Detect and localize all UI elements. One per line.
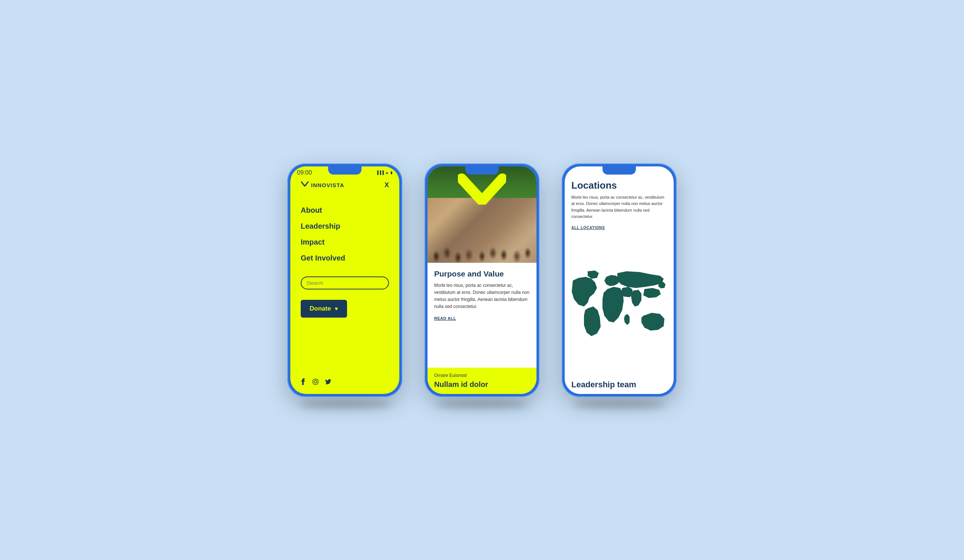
phone-2-notch	[465, 166, 499, 175]
nav-item-impact[interactable]: Impact	[301, 234, 389, 250]
read-all-link[interactable]: READ ALL	[434, 316, 456, 321]
purpose-title: Purpose and Value	[434, 269, 530, 278]
search-box[interactable]	[301, 276, 389, 289]
hero-image	[428, 166, 536, 263]
phone-1-content: 09:00 ▐▐▐ ▲ ▮ INNO	[290, 166, 399, 394]
close-button[interactable]: X	[384, 181, 389, 189]
yellow-card: Ornare Euismod Nullam id dolor	[428, 368, 536, 394]
phone-1: 09:00 ▐▐▐ ▲ ▮ INNO	[287, 164, 402, 397]
phone-3-notch	[602, 166, 636, 175]
brand-name: INNOVISTA	[311, 182, 344, 188]
instagram-icon[interactable]	[313, 379, 319, 386]
status-icons-1: ▐▐▐ ▲ ▮	[376, 170, 392, 175]
card-title: Nullam id dolor	[434, 380, 530, 389]
group-photo	[428, 198, 536, 263]
yellow-chevron	[458, 173, 506, 206]
leadership-section: Leadership team	[565, 375, 674, 394]
signal-icon: ▐▐▐	[376, 170, 384, 175]
phone-3-inner: Locations Morbi leo risus, porta ac cons…	[565, 166, 674, 394]
search-input[interactable]	[307, 280, 383, 286]
locations-text: Morbi leo risus, porta ac consectetur ac…	[572, 194, 667, 220]
svg-point-1	[314, 380, 317, 383]
phone-2-inner: Purpose and Value Morbi leo risus, porta…	[428, 166, 536, 394]
phone-3: Locations Morbi leo risus, porta ac cons…	[562, 164, 677, 397]
heart-icon: ♥	[335, 305, 338, 312]
nav-menu: About Leadership Impact Get Involved	[301, 202, 389, 266]
locations-title: Locations	[572, 180, 667, 191]
phone-2: Purpose and Value Morbi leo risus, porta…	[425, 164, 539, 397]
phones-container: 09:00 ▐▐▐ ▲ ▮ INNO	[287, 164, 677, 397]
wifi-icon: ▲	[385, 170, 389, 175]
nav-item-get-involved[interactable]: Get Involved	[301, 250, 389, 266]
svg-rect-0	[313, 379, 318, 384]
battery-icon: ▮	[391, 170, 392, 175]
phone-1-notch	[328, 166, 362, 175]
donate-button[interactable]: Donate ♥	[301, 300, 347, 318]
phone-3-content: Locations Morbi leo risus, porta ac cons…	[565, 166, 674, 394]
status-time-1: 09:00	[297, 169, 312, 176]
people-silhouettes	[428, 198, 536, 263]
world-map-svg	[567, 268, 671, 342]
phone-2-content: Purpose and Value Morbi leo risus, porta…	[428, 166, 536, 394]
card-label: Ornare Euismod	[434, 373, 530, 378]
donate-label: Donate	[309, 305, 331, 312]
facebook-icon[interactable]	[301, 378, 306, 386]
leadership-team-title: Leadership team	[572, 380, 667, 390]
svg-point-2	[317, 380, 318, 381]
social-icons	[301, 378, 389, 386]
phone-1-inner: 09:00 ▐▐▐ ▲ ▮ INNO	[290, 166, 399, 394]
brand-chevron-icon	[301, 181, 309, 189]
content-section: Purpose and Value Morbi leo risus, porta…	[428, 263, 536, 362]
phone-1-header: INNOVISTA X	[301, 181, 389, 189]
purpose-text: Morbi leo risus, porta ac consectetur ac…	[434, 282, 530, 310]
twitter-icon[interactable]	[325, 379, 331, 386]
brand-logo: INNOVISTA	[301, 181, 344, 189]
all-locations-link[interactable]: ALL LOCATIONS	[572, 226, 605, 230]
nav-item-leadership[interactable]: Leadership	[301, 218, 389, 234]
nav-item-about[interactable]: About	[301, 202, 389, 218]
world-map	[565, 234, 674, 375]
